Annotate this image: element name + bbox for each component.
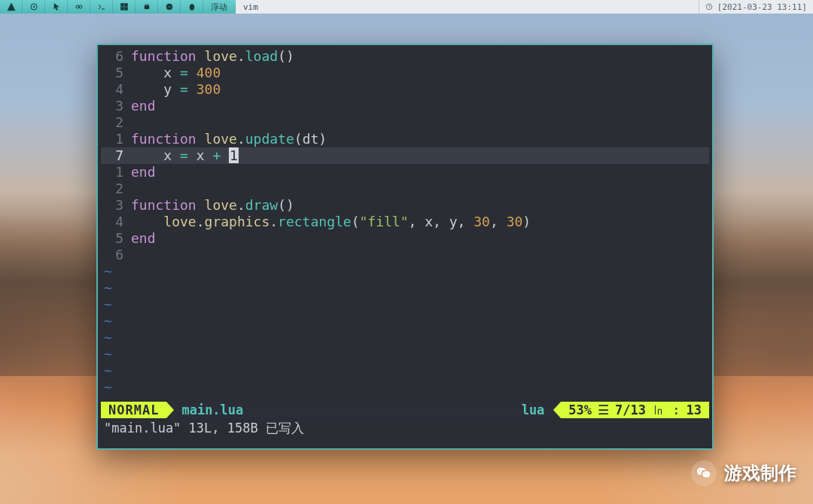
svg-point-14	[190, 5, 194, 11]
empty-line-tilde: ~	[101, 379, 709, 396]
taskbar-clock: [2021-03-23 13:11]	[699, 0, 813, 14]
vim-message: "main.lua" 13L, 158B 已写入	[101, 418, 709, 438]
taskbar: 浮动 vim [2021-03-23 13:11]	[0, 0, 813, 14]
line-number: 1	[101, 131, 131, 147]
svg-point-1	[33, 6, 35, 8]
vim-terminal[interactable]: 6function love.load()5 x = 4004 y = 3003…	[96, 44, 714, 450]
code-line[interactable]: 1function love.update(dt)	[101, 131, 709, 147]
line-number: 5	[101, 65, 131, 81]
code-content[interactable]: end	[131, 98, 156, 114]
target-icon[interactable]	[23, 0, 45, 14]
svg-rect-13	[167, 7, 171, 8]
code-content[interactable]: end	[131, 164, 156, 181]
line-number: 4	[101, 81, 131, 98]
status-filename: main.lua	[174, 402, 251, 418]
code-content[interactable]: function love.draw()	[131, 197, 294, 214]
arch-icon[interactable]	[0, 0, 23, 14]
code-content[interactable]: y = 300	[131, 81, 221, 98]
code-line[interactable]: 4 love.graphics.rectangle("fill", x, y, …	[101, 214, 709, 230]
empty-line-tilde: ~	[101, 346, 709, 363]
watermark: 游戏制作	[691, 460, 796, 486]
line-number: 4	[101, 214, 131, 230]
empty-line-tilde: ~	[101, 329, 709, 346]
status-mode: NORMAL	[101, 402, 166, 418]
code-line[interactable]: 7 x = x + 1	[101, 147, 709, 164]
taskbar-float-label[interactable]: 浮动	[203, 2, 236, 13]
svg-rect-7	[120, 8, 123, 11]
line-number: 1	[101, 164, 131, 181]
code-content[interactable]: function love.load()	[131, 48, 294, 65]
svg-rect-8	[124, 8, 127, 11]
clock-text: [2021-03-23 13:11]	[717, 2, 807, 12]
clock-icon	[705, 3, 713, 11]
windows-icon[interactable]	[113, 0, 136, 14]
window-title: vim	[236, 0, 699, 14]
code-line[interactable]: 2	[101, 114, 709, 131]
line-number: 2	[101, 114, 131, 131]
svg-rect-5	[120, 4, 123, 7]
svg-line-11	[148, 4, 148, 5]
code-line[interactable]: 3function love.draw()	[101, 197, 709, 214]
empty-line-tilde: ~	[101, 280, 709, 296]
code-line[interactable]: 6	[101, 247, 709, 263]
empty-line-tilde: ~	[101, 313, 709, 329]
svg-point-3	[79, 5, 82, 8]
line-number: 6	[101, 247, 131, 263]
android-icon[interactable]	[136, 0, 158, 14]
line-number: 5	[101, 230, 131, 247]
code-line[interactable]: 5end	[101, 230, 709, 247]
terminal-icon[interactable]	[90, 0, 113, 14]
watermark-text: 游戏制作	[724, 461, 796, 485]
wechat-icon	[691, 460, 717, 486]
svg-rect-6	[124, 4, 127, 7]
line-number: 6	[101, 48, 131, 65]
code-line[interactable]: 1end	[101, 164, 709, 181]
empty-line-tilde: ~	[101, 296, 709, 313]
cursor-icon[interactable]	[45, 0, 68, 14]
status-right: 53% ☰ 7/13 ㏑ :13	[561, 402, 709, 418]
svg-point-2	[76, 5, 79, 8]
taskbar-left: 浮动	[0, 0, 236, 14]
line-number: 3	[101, 197, 131, 214]
line-number: 3	[101, 98, 131, 114]
line-number: 2	[101, 181, 131, 197]
code-content[interactable]: x = x + 1	[131, 147, 709, 164]
svg-rect-9	[145, 5, 149, 9]
code-area[interactable]: 6function love.load()5 x = 4004 y = 3003…	[101, 48, 709, 396]
separator-icon	[166, 402, 174, 418]
code-content[interactable]: x = 400	[131, 65, 221, 81]
empty-line-tilde: ~	[101, 363, 709, 379]
svg-line-10	[145, 4, 146, 5]
code-line[interactable]: 3end	[101, 98, 709, 114]
status-column: 13	[687, 402, 702, 418]
code-content[interactable]: love.graphics.rectangle("fill", x, y, 30…	[131, 214, 531, 230]
code-content[interactable]: function love.update(dt)	[131, 131, 327, 147]
tux-icon[interactable]	[181, 0, 203, 14]
column-icon: ㏑ :	[652, 402, 680, 418]
empty-line-tilde: ~	[101, 263, 709, 280]
link-icon[interactable]	[68, 0, 90, 14]
minus-icon[interactable]	[158, 0, 181, 14]
lines-icon: ☰	[598, 402, 609, 418]
code-line[interactable]: 6function love.load()	[101, 48, 709, 65]
status-filetype: lua	[513, 402, 554, 418]
line-number: 7	[101, 147, 131, 164]
code-line[interactable]: 4 y = 300	[101, 81, 709, 98]
status-position: 7/13	[615, 402, 646, 418]
status-percent: 53%	[568, 402, 592, 418]
separator-icon	[553, 402, 561, 418]
vim-statusline: NORMAL main.lua lua 53% ☰ 7/13 ㏑ :13	[101, 402, 709, 418]
code-line[interactable]: 2	[101, 181, 709, 197]
code-line[interactable]: 5 x = 400	[101, 65, 709, 81]
code-content[interactable]: end	[131, 230, 156, 247]
